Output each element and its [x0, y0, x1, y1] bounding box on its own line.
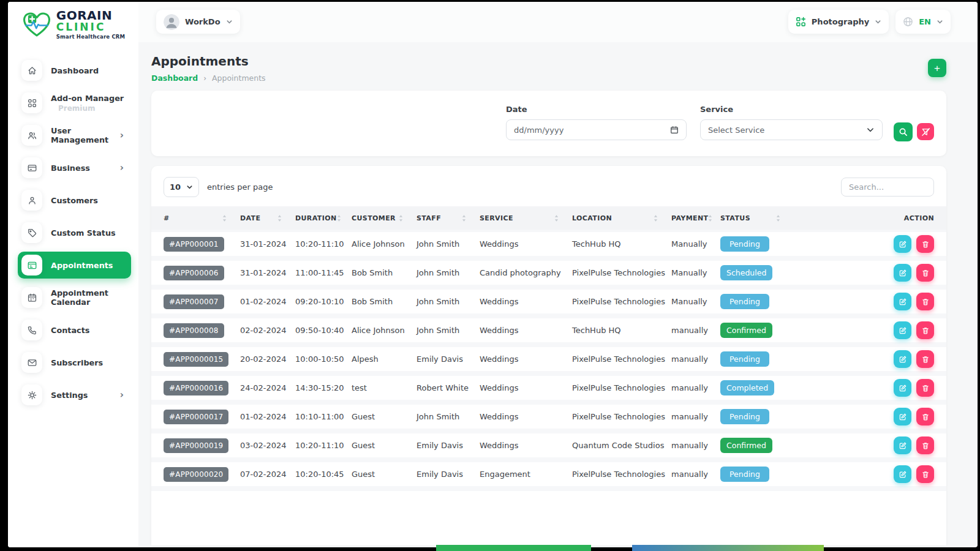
column-header-location[interactable]: LOCATION: [572, 214, 671, 222]
status-badge: Pending: [720, 351, 769, 367]
delete-button[interactable]: [916, 293, 934, 310]
cell-service: Weddings: [480, 239, 572, 249]
edit-button[interactable]: [894, 350, 911, 368]
trash-icon: [921, 355, 930, 364]
cell-payment: Manually: [671, 268, 720, 277]
cell-customer: Alice Johnson: [352, 239, 417, 249]
table-row: #APP0000017 01-02-2024 10:10-11:00 Guest…: [151, 405, 946, 433]
sidebar-item-appointments[interactable]: Appointments: [18, 252, 131, 279]
status-badge: Confirmed: [720, 323, 772, 338]
column-header-date[interactable]: DATE: [240, 214, 295, 222]
sidebar-item-contacts[interactable]: Contacts: [18, 317, 131, 343]
delete-button[interactable]: [916, 235, 934, 253]
column-header-status[interactable]: STATUS: [720, 214, 794, 222]
status-badge: Scheduled: [720, 265, 772, 280]
clinic-heart-logo-icon: [21, 10, 52, 39]
sidebar-item-add-on-manager[interactable]: Add-on Manager Premium: [18, 89, 131, 116]
brand-name-bottom: CLINIC: [56, 22, 126, 32]
sidebar-item-label: Contacts: [51, 326, 89, 335]
workspace-switcher[interactable]: WorkDo: [156, 10, 240, 34]
edit-button[interactable]: [894, 264, 911, 282]
edit-button[interactable]: [894, 379, 911, 397]
table-body: #APP000001 31-01-2024 10:20-11:10 Alice …: [151, 230, 946, 491]
cell-customer: Guest: [352, 470, 417, 479]
delete-button[interactable]: [916, 264, 934, 282]
table-search-input[interactable]: [841, 178, 934, 197]
sidebar-item-user-management[interactable]: User Management ›: [18, 122, 131, 149]
table-row: #APP000008 02-02-2024 09:50-10:40 Alice …: [151, 318, 946, 347]
sidebar-item-label: Appointment Calendar: [51, 288, 126, 307]
appointment-id-badge: #APP000001: [164, 237, 224, 252]
delete-button[interactable]: [916, 321, 934, 339]
cell-location: PixelPulse Technologies: [572, 470, 671, 479]
language-code: EN: [919, 17, 931, 26]
sort-icon: [462, 214, 466, 222]
edit-button[interactable]: [894, 293, 911, 310]
sort-icon: [708, 214, 712, 222]
column-header-staff[interactable]: STAFF: [417, 214, 480, 222]
cell-duration: 10:20-11:10: [295, 239, 352, 249]
column-header-action: ACTION: [794, 214, 934, 222]
column-header-service[interactable]: SERVICE: [480, 214, 572, 222]
cell-location: PixelPulse Technologies: [572, 412, 671, 421]
delete-button[interactable]: [916, 350, 934, 368]
chevron-down-icon: [937, 18, 943, 25]
sidebar-item-custom-status[interactable]: Custom Status: [18, 219, 131, 246]
edit-button[interactable]: [894, 465, 911, 483]
sidebar-item-customers[interactable]: Customers: [18, 187, 131, 214]
edit-button[interactable]: [894, 235, 911, 253]
workspace-name: WorkDo: [185, 17, 221, 26]
status-badge: Pending: [720, 236, 769, 252]
cell-duration: 10:20-11:10: [295, 441, 352, 450]
chevron-down-icon: [875, 18, 881, 25]
sidebar-item-dashboard[interactable]: Dashboard: [18, 57, 131, 84]
sidebar-item-settings[interactable]: Settings ›: [18, 381, 131, 408]
cell-payment: Manually: [671, 239, 720, 249]
delete-button[interactable]: [916, 408, 934, 425]
home-icon: [21, 60, 42, 81]
delete-button[interactable]: [916, 437, 934, 454]
sort-icon: [654, 214, 658, 222]
delete-button[interactable]: [916, 465, 934, 483]
trash-icon: [921, 240, 930, 249]
add-appointment-button[interactable]: +: [928, 59, 946, 77]
column-header-payment[interactable]: PAYMENT: [671, 214, 720, 222]
edit-button[interactable]: [894, 437, 911, 454]
cell-payment: manually: [671, 470, 720, 479]
edit-button[interactable]: [894, 321, 911, 339]
cell-staff: Robert White: [417, 383, 480, 392]
entries-per-page-select[interactable]: 10: [164, 177, 199, 197]
filter-off-icon: [921, 127, 930, 137]
edit-pencil-icon: [899, 326, 907, 335]
reset-filter-button[interactable]: [917, 123, 934, 140]
breadcrumb-dashboard-link[interactable]: Dashboard: [151, 73, 198, 83]
sidebar-item-business[interactable]: Business ›: [18, 154, 131, 181]
edit-button[interactable]: [894, 408, 911, 425]
edit-pencil-icon: [899, 384, 907, 392]
service-select[interactable]: Select Service: [700, 119, 883, 140]
language-switcher[interactable]: EN: [895, 10, 951, 34]
appointment-card-icon: [21, 255, 42, 276]
status-badge: Completed: [720, 380, 774, 395]
edit-pencil-icon: [899, 269, 907, 277]
column-header-duration[interactable]: DURATION: [295, 214, 352, 222]
cell-customer: Guest: [352, 412, 417, 421]
sidebar-item-appointment-calendar[interactable]: Appointment Calendar: [18, 284, 131, 311]
sidebar-item-label: Appointments: [51, 261, 113, 270]
column-header-[interactable]: #: [164, 214, 240, 222]
delete-button[interactable]: [916, 379, 934, 397]
sidebar-item-subscribers[interactable]: Subscribers: [18, 349, 131, 376]
appointment-id-badge: #APP0000015: [164, 352, 228, 367]
date-input[interactable]: dd/mm/yyyy: [506, 119, 687, 140]
topbar: WorkDo Photography EN: [138, 2, 978, 42]
module-switcher[interactable]: Photography: [788, 10, 889, 34]
sort-icon: [337, 214, 341, 222]
cell-staff: John Smith: [417, 268, 480, 277]
page-title: Appointments: [151, 54, 266, 69]
column-header-customer[interactable]: CUSTOMER: [352, 214, 417, 222]
apply-filter-button[interactable]: [894, 122, 913, 141]
bottom-gradient-bar: [632, 545, 824, 551]
calendar-icon: [21, 287, 42, 308]
chevron-right-icon: ›: [120, 389, 126, 400]
cell-service: Weddings: [480, 354, 572, 364]
